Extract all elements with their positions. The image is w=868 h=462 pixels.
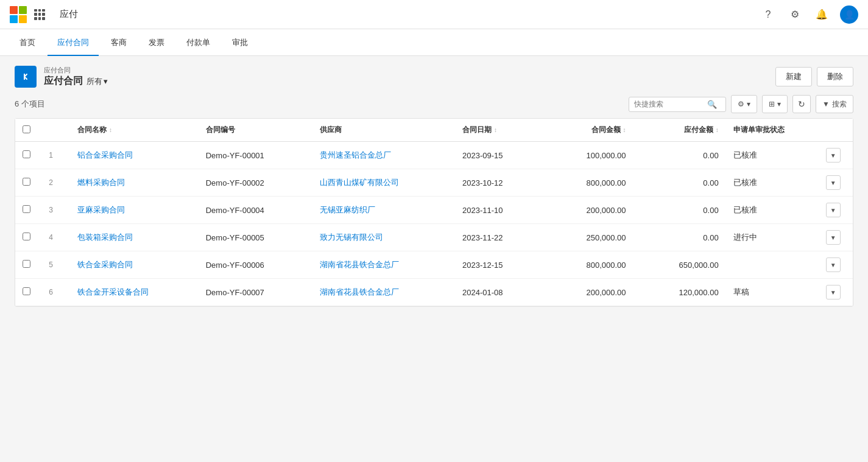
- row-status-4: [726, 251, 819, 279]
- row-supplier-3[interactable]: 致力无锡有限公司: [312, 224, 455, 251]
- col-supplier-header: 供应商: [312, 119, 455, 142]
- supplier-link-1[interactable]: 山西青山煤矿有限公司: [320, 178, 399, 187]
- contract-name-link-1[interactable]: 燃料采购合同: [77, 178, 125, 187]
- row-amount-4: 800,000.00: [540, 251, 633, 279]
- row-checkbox-0[interactable]: [23, 150, 30, 158]
- view-tool-button[interactable]: ⊞ ▾: [762, 95, 788, 113]
- row-action-2[interactable]: ▼: [819, 197, 853, 224]
- row-name-3[interactable]: 包装箱采购合同: [70, 224, 199, 251]
- col-name-header[interactable]: 合同名称↕: [70, 119, 199, 142]
- nav-item-payable-contract[interactable]: 应付合同: [48, 29, 99, 56]
- row-checkbox-2[interactable]: [23, 205, 30, 213]
- nav-item-invoice[interactable]: 发票: [139, 29, 174, 56]
- nav-item-approval[interactable]: 审批: [222, 29, 258, 56]
- row-checkbox-5[interactable]: [23, 287, 30, 295]
- row-status-1: 已核准: [726, 169, 819, 197]
- row-amount-0: 100,000.00: [540, 142, 633, 169]
- row-checkbox-cell[interactable]: [15, 224, 41, 251]
- table-row: 1 铝合金采购合同 Demo-YF-00001 贵州速圣铝合金总厂 2023-0…: [15, 142, 853, 169]
- row-dropdown-button-5[interactable]: ▼: [826, 285, 841, 299]
- row-payable-0: 0.00: [633, 142, 726, 169]
- select-all-header[interactable]: [15, 119, 41, 142]
- row-checkbox-4[interactable]: [23, 260, 30, 268]
- notification-icon[interactable]: 🔔: [813, 6, 830, 23]
- row-dropdown-button-1[interactable]: ▼: [826, 175, 841, 190]
- supplier-link-5[interactable]: 湖南省花县铁合金总厂: [320, 287, 399, 296]
- row-supplier-5[interactable]: 湖南省花县铁合金总厂: [312, 279, 455, 306]
- avatar[interactable]: 👤: [840, 5, 858, 24]
- row-status-0: 已核准: [726, 142, 819, 169]
- row-num-2: 3: [41, 197, 70, 224]
- contract-name-link-4[interactable]: 铁合金采购合同: [77, 260, 133, 269]
- row-action-1[interactable]: ▼: [819, 169, 853, 197]
- col-status-header: 申请单审批状态: [726, 119, 819, 142]
- row-dropdown-button-3[interactable]: ▼: [826, 230, 841, 245]
- row-dropdown-button-0[interactable]: ▼: [826, 148, 841, 163]
- row-checkbox-cell[interactable]: [15, 169, 41, 197]
- row-checkbox-cell[interactable]: [15, 197, 41, 224]
- search-box[interactable]: 🔍: [629, 97, 726, 112]
- row-supplier-4[interactable]: 湖南省花县铁合金总厂: [312, 251, 455, 279]
- chevron-down-icon-2: ▾: [777, 100, 781, 108]
- row-checkbox-1[interactable]: [23, 178, 30, 186]
- supplier-link-4[interactable]: 湖南省花县铁合金总厂: [320, 260, 399, 269]
- table-row: 4 包装箱采购合同 Demo-YF-00005 致力无锡有限公司 2023-11…: [15, 224, 853, 251]
- col-date-header[interactable]: 合同日期↕: [455, 119, 540, 142]
- row-amount-2: 200,000.00: [540, 197, 633, 224]
- row-action-4[interactable]: ▼: [819, 251, 853, 279]
- col-amount-header[interactable]: 合同金额↕: [540, 119, 633, 142]
- search-input[interactable]: [634, 100, 707, 108]
- select-all-checkbox[interactable]: [23, 125, 30, 133]
- table-row: 6 铁合金开采设备合同 Demo-YF-00007 湖南省花县铁合金总厂 202…: [15, 279, 853, 306]
- row-name-5[interactable]: 铁合金开采设备合同: [70, 279, 199, 306]
- contract-name-link-0[interactable]: 铝合金采购合同: [77, 150, 133, 159]
- row-supplier-0[interactable]: 贵州速圣铝合金总厂: [312, 142, 455, 169]
- row-checkbox-cell[interactable]: [15, 251, 41, 279]
- table-row: 2 燃料采购合同 Demo-YF-00002 山西青山煤矿有限公司 2023-1…: [15, 169, 853, 197]
- row-action-0[interactable]: ▼: [819, 142, 853, 169]
- apps-icon[interactable]: [34, 9, 45, 20]
- contract-name-link-3[interactable]: 包装箱采购合同: [77, 233, 133, 242]
- nav-item-home[interactable]: 首页: [10, 29, 45, 56]
- supplier-link-3[interactable]: 致力无锡有限公司: [320, 233, 383, 242]
- row-name-0[interactable]: 铝合金采购合同: [70, 142, 199, 169]
- supplier-link-2[interactable]: 无锡亚麻纺织厂: [320, 205, 375, 214]
- row-checkbox-cell[interactable]: [15, 279, 41, 306]
- sort-icon-date: ↕: [494, 127, 497, 133]
- row-dropdown-button-4[interactable]: ▼: [826, 257, 841, 272]
- contract-name-link-5[interactable]: 铁合金开采设备合同: [77, 287, 149, 296]
- nav-item-vendor[interactable]: 客商: [101, 29, 136, 56]
- settings-icon[interactable]: ⚙: [786, 6, 803, 23]
- help-icon[interactable]: ?: [760, 6, 777, 23]
- row-payable-2: 0.00: [633, 197, 726, 224]
- create-button[interactable]: 新建: [775, 67, 812, 86]
- row-name-2[interactable]: 亚麻采购合同: [70, 197, 199, 224]
- supplier-link-0[interactable]: 贵州速圣铝合金总厂: [320, 150, 391, 159]
- row-name-1[interactable]: 燃料采购合同: [70, 169, 199, 197]
- delete-button[interactable]: 删除: [817, 67, 853, 86]
- page-filter[interactable]: 所有 ▾: [86, 76, 108, 87]
- contract-table: 合同名称↕ 合同编号 供应商 合同日期↕ 合同金额↕ 应付金额↕ 申请单审批状态: [15, 118, 853, 307]
- refresh-button[interactable]: ↻: [792, 95, 811, 113]
- row-supplier-1[interactable]: 山西青山煤矿有限公司: [312, 169, 455, 197]
- row-code-4: Demo-YF-00006: [199, 251, 312, 279]
- row-action-5[interactable]: ▼: [819, 279, 853, 306]
- microsoft-logo: [10, 6, 27, 23]
- back-button[interactable]: [15, 66, 37, 88]
- row-action-3[interactable]: ▼: [819, 224, 853, 251]
- row-amount-3: 250,000.00: [540, 224, 633, 251]
- row-checkbox-3[interactable]: [23, 233, 30, 240]
- filter-search-button[interactable]: ▼ 搜索: [816, 95, 853, 113]
- row-date-4: 2023-12-15: [455, 251, 540, 279]
- row-dropdown-button-2[interactable]: ▼: [826, 203, 841, 217]
- settings-tool-button[interactable]: ⚙ ▾: [731, 95, 757, 113]
- row-supplier-2[interactable]: 无锡亚麻纺织厂: [312, 197, 455, 224]
- page-title-row: 应付合同 所有 ▾: [44, 75, 108, 88]
- contract-name-link-2[interactable]: 亚麻采购合同: [77, 205, 125, 214]
- row-name-4[interactable]: 铁合金采购合同: [70, 251, 199, 279]
- row-checkbox-cell[interactable]: [15, 142, 41, 169]
- col-payable-header[interactable]: 应付金额↕: [633, 119, 726, 142]
- row-code-3: Demo-YF-00005: [199, 224, 312, 251]
- nav-item-payment[interactable]: 付款单: [177, 29, 220, 56]
- row-num-5: 6: [41, 279, 70, 306]
